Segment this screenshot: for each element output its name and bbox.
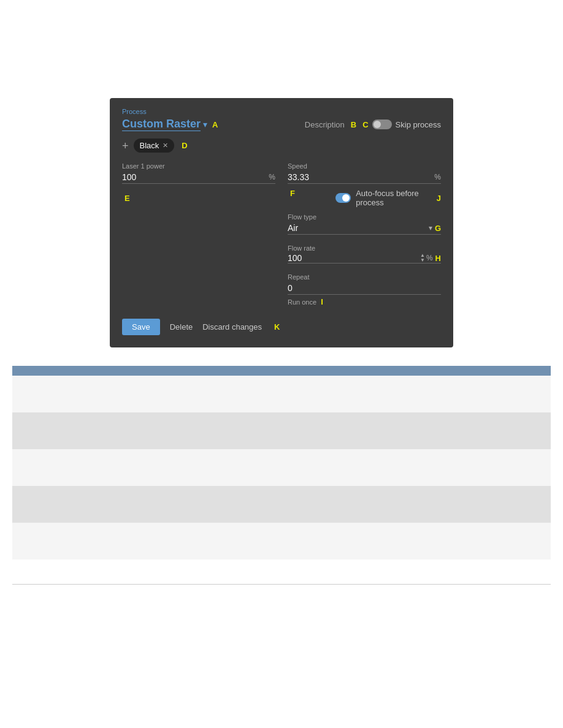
table-cell-a2: [12, 412, 49, 449]
annotation-e: E: [124, 194, 130, 203]
annotation-d: D: [182, 141, 187, 150]
table-cell-a4: [12, 486, 49, 523]
table-cell-c2: [129, 412, 551, 449]
run-once-label: Run once: [288, 298, 316, 306]
color-tag-black: Black ✕: [134, 138, 175, 153]
delete-button[interactable]: Delete: [170, 322, 193, 332]
flow-rate-label: Flow rate: [288, 245, 441, 252]
autofocus-label: Auto-focus before process: [356, 189, 429, 207]
table-row: [12, 412, 551, 449]
table-section: [0, 366, 563, 559]
table-cell-b2: [49, 412, 129, 449]
speed-unit: %: [434, 173, 441, 181]
bottom-divider: [12, 584, 551, 585]
table-cell-c4: [129, 486, 551, 523]
table-header-row: [12, 366, 551, 376]
autofocus-toggle[interactable]: [335, 193, 351, 203]
speed-label: Speed: [288, 162, 441, 170]
table-row: [12, 523, 551, 559]
table-cell-c1: [129, 376, 551, 412]
table-cell-a1: [12, 376, 49, 412]
laser-power-input[interactable]: [122, 171, 269, 183]
table-cell-b1: [49, 376, 129, 412]
annotation-h: H: [435, 254, 441, 263]
table-row: [12, 449, 551, 486]
speed-input[interactable]: [288, 171, 434, 183]
annotation-c: C: [362, 120, 368, 129]
laser-power-label: Laser 1 power: [122, 162, 275, 170]
table-row: [12, 376, 551, 412]
dropdown-arrow-icon[interactable]: ▾: [203, 119, 207, 129]
table-cell-b3: [49, 449, 129, 486]
table-header-col-b: [49, 366, 129, 376]
flow-rate-input[interactable]: [288, 253, 420, 263]
repeat-input[interactable]: [288, 282, 441, 294]
color-tag-close-icon[interactable]: ✕: [163, 142, 168, 150]
table-cell-a3: [12, 449, 49, 486]
add-color-button[interactable]: +: [122, 140, 129, 151]
table-cell-b4: [49, 486, 129, 523]
repeat-label: Repeat: [288, 273, 441, 281]
skip-process-label: Skip process: [396, 120, 441, 129]
process-label: Process: [122, 108, 441, 115]
annotation-f: F: [290, 189, 295, 198]
description-field[interactable]: Description: [305, 120, 345, 129]
flow-type-label: Flow type: [288, 213, 441, 221]
annotation-j: J: [437, 194, 441, 203]
skip-process-toggle[interactable]: [372, 119, 392, 129]
table-cell-c5: [129, 523, 551, 559]
annotation-k: K: [274, 322, 280, 332]
process-name[interactable]: Custom Raster: [122, 118, 201, 131]
flow-rate-stepper[interactable]: ▲ ▼: [420, 253, 425, 263]
flow-rate-unit: %: [426, 254, 433, 262]
data-table: [12, 366, 551, 559]
table-header-col-a: [12, 366, 49, 376]
laser-power-unit: %: [269, 173, 275, 181]
annotation-a: A: [212, 120, 218, 129]
table-cell-c3: [129, 449, 551, 486]
process-panel: Process Custom Raster ▾ A Description B …: [110, 98, 453, 347]
table-row: [12, 486, 551, 523]
annotation-b: B: [351, 120, 356, 129]
table-cell-b5: [49, 523, 129, 559]
flow-type-value[interactable]: Air: [288, 222, 429, 234]
discard-button[interactable]: Discard changes: [202, 322, 262, 332]
flow-type-arrow-icon[interactable]: ▾: [429, 224, 432, 232]
save-button[interactable]: Save: [122, 319, 160, 335]
annotation-g: G: [435, 224, 441, 233]
annotation-i: I: [321, 297, 323, 306]
table-cell-a5: [12, 523, 49, 559]
color-tag-label: Black: [140, 141, 159, 150]
table-header-col-c: [129, 366, 551, 376]
